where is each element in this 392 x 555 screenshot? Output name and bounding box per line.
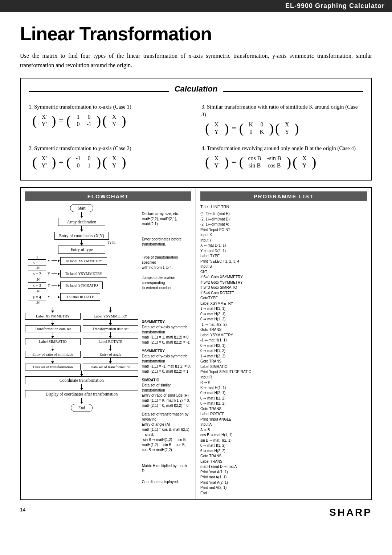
prog-title: Title : LINE TRN xyxy=(200,204,367,210)
fc-diagram: Start Array declaration Entry of coordin… xyxy=(25,204,138,485)
prog-line: {2, 2}⇒dim(mat H) xyxy=(200,211,367,217)
prog-line: Goto TRANS xyxy=(200,327,367,333)
matrix-eq-2: ( X' Y' ) = ( -10 01 ) ( X xyxy=(32,154,191,170)
fc-symratio-label: To label SYMRATIO xyxy=(60,281,102,289)
prog-line: 1 ⇒ mat H(2, 2) xyxy=(200,354,367,359)
prog-line: 0 ⇒ mat H(1, 2) xyxy=(200,396,367,401)
prog-line: 0 ⇒ mat H(1, 2) xyxy=(200,348,367,354)
calc-grid: 1. Symmetric transformation to x-axis (C… xyxy=(29,103,363,173)
header-title: EL-9900 Graphing Calculator xyxy=(285,2,385,9)
fc-trans-data-2: Transformation data set xyxy=(83,325,138,332)
fc-branch-s3: s = 3 Y To label SYMRATIO xyxy=(28,281,138,289)
flowchart-header: FLOWCHART xyxy=(25,191,191,201)
fc-y-label-1: Y xyxy=(48,259,50,263)
flowchart-col: FLOWCHART Start Array declaration xyxy=(21,188,196,499)
arrow-3 xyxy=(80,240,83,246)
calc-label-2: 2. Symmetric transformation to y-axis (C… xyxy=(29,145,191,152)
prog-lines: {2, 2}⇒dim(mat H){2, 1}⇒dim(mat D){2, 1}… xyxy=(200,211,367,496)
bracket-close-v1: ) xyxy=(122,114,126,127)
page-title: Linear Transformation xyxy=(20,23,372,45)
prog-line: mat H∗mat D ⇒ mat A xyxy=(200,464,367,470)
prog-line: If S=1 Goto XSYMMETRY xyxy=(200,275,367,280)
prog-line: If S=4 Goto ROTATE xyxy=(200,291,367,296)
matrix-eq-1: ( X' Y' ) = ( 10 0-1 ) ( X xyxy=(32,113,191,128)
calc-item-1: 1. Symmetric transformation to x-axis (C… xyxy=(29,103,191,139)
matrix-m1: 10 0-1 xyxy=(72,113,95,128)
bracket-close-m1: ) xyxy=(96,114,101,127)
programme-header: PROGRAMME LIST xyxy=(200,191,367,201)
fc-s1-box: s = 1 xyxy=(28,259,46,266)
flowchart-content: Start Array declaration Entry of coordin… xyxy=(25,204,191,485)
arrow-2 xyxy=(80,226,83,232)
note-coords: Enter coordinates before transformation. xyxy=(142,237,191,247)
matrix-lhs-1: X' Y' xyxy=(38,113,50,128)
fc-label-simratio: Label SIMRATIO xyxy=(25,338,81,345)
prog-line: Label XSYMMETRY xyxy=(200,301,367,307)
fc-branch-s4: s = 4 Y To label ROTATE xyxy=(28,293,138,301)
fc-display-coords: Display of coordinates after transformat… xyxy=(25,390,138,398)
calc-title-bar: Calculation xyxy=(29,85,363,98)
prog-line: {2, 1}⇒dim(mat D) xyxy=(200,217,367,222)
prog-line: Print "Input POINT xyxy=(200,227,367,233)
prog-line: Goto TRANS xyxy=(200,406,367,412)
fc-label-rotate: Label ROTATE xyxy=(83,338,138,345)
fc-trans-data-row: Transformation data set Transformation d… xyxy=(25,320,138,332)
prog-line: Print "Input ANGLE xyxy=(200,417,367,422)
prog-line: sin B ⇒ mat H(2, 1) xyxy=(200,438,367,443)
fc-simratio-rotate-row: Label SIMRATIO Label ROTATE xyxy=(25,332,138,345)
fc-rotate-label: To label ROTATE xyxy=(60,293,100,301)
prog-line: R ⇒ K xyxy=(200,380,367,385)
prog-line: 1 ⇒ mat H(1, 1) xyxy=(200,306,367,312)
prog-line: 0 ⇒ mat H(2, 1) xyxy=(200,390,367,396)
prog-line: {2, 1}⇒dim(mat A) xyxy=(200,222,367,227)
calc-label-1: 1. Symmetric transformation to x-axis (C… xyxy=(29,103,191,111)
prog-line: Input Y xyxy=(200,238,367,243)
fc-coord-trans: Coordinate transformation xyxy=(25,376,138,384)
note-ysym-title: YSYMMETRY xyxy=(142,349,191,354)
prog-line: 0 ⇒ mat H(2, 1) xyxy=(200,343,367,349)
fc-notes-col: Declare array size, etc.matH(2,2), matD(… xyxy=(142,204,191,485)
prog-line: If S=2 Goto YSYMMETRY xyxy=(200,280,367,285)
prog-line: Label TRANS xyxy=(200,459,367,465)
fc-end: End xyxy=(71,404,93,412)
fc-branch-s1: s = 1 Y To label XSYMMETRY xyxy=(25,256,138,266)
fc-start: Start xyxy=(70,204,93,212)
sharp-logo: SHARP xyxy=(329,507,372,518)
bottom-section: FLOWCHART Start Array declaration xyxy=(20,187,372,500)
fc-s3-box: s = 3 xyxy=(28,282,46,289)
prog-line: θ ⇒ mat H(2, 2) xyxy=(200,401,367,406)
bracket-open-v1: ( xyxy=(102,114,107,127)
prog-line: Label YSYMMETRY xyxy=(200,333,367,338)
calc-item-4: 4. Transformation revolving around only … xyxy=(201,145,363,173)
note-simratio: Data set of similar transformationEntry … xyxy=(142,383,191,408)
main-content: Linear Transformation Use the matrix to … xyxy=(0,12,392,529)
fc-entry-angle: Entry of angle xyxy=(83,351,138,358)
fc-start-group: Start Array declaration Entry of coordin… xyxy=(25,204,138,412)
prog-line: 0 ⇒ mat H(1, 2) xyxy=(200,443,367,449)
type-label: TYPE xyxy=(107,241,115,244)
prog-line: cos B ⇒ mat H(1, 1) xyxy=(200,433,367,438)
fc-array-decl: Array declaration xyxy=(58,218,105,226)
prog-line: Input X xyxy=(200,232,367,238)
bracket-open-1: ( xyxy=(32,114,37,127)
prog-line: Input S xyxy=(200,264,367,270)
fc-xsym-label: To label XSYMMETRY xyxy=(60,257,107,265)
bracket-open-m1: ( xyxy=(66,114,71,127)
fc-entry-row: Entry of ratio of similitude Entry of an… xyxy=(25,345,138,358)
fc-label-ysym: Label YSYMMETRY xyxy=(83,313,138,320)
page-number: 14 xyxy=(20,507,26,518)
prog-line: 0 ⇒ mat H(1, 2) xyxy=(200,317,367,322)
note-jumps: Jumps to destination correspondingto ent… xyxy=(142,275,191,291)
note-ysym: Data set of y-axis symmetric transformat… xyxy=(142,354,191,374)
prog-line: Print "mat A(2, 1) xyxy=(200,480,367,486)
fc-ysym-label: To label YSYMMETRY xyxy=(60,270,107,278)
fc-trans-data-1: Transformation data set xyxy=(25,325,81,332)
prog-line: -1 ⇒ mat H(1, 1) xyxy=(200,338,367,343)
prog-line: ClrT xyxy=(200,270,367,275)
prog-line: Input R xyxy=(200,375,367,380)
fc-dataset-row: Data set of transformation Data set of t… xyxy=(25,358,138,370)
header-bar: EL-9900 Graphing Calculator xyxy=(0,0,392,12)
note-type: Type of transformation specifiedwith no … xyxy=(142,255,191,270)
fc-entry-type: Entry of type xyxy=(58,246,105,254)
bracket-close-1: ) xyxy=(52,114,56,127)
